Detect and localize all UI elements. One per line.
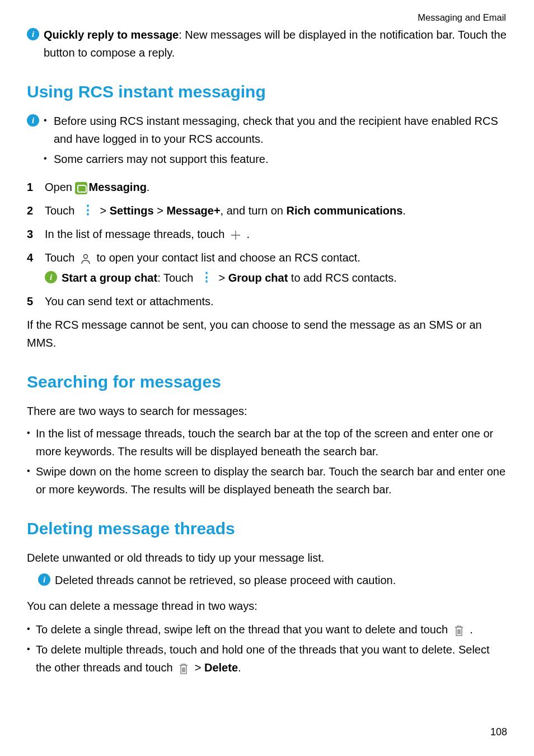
delete-intro: Delete unwanted or old threads to tidy u… [27, 549, 507, 567]
bullet-text: To delete multiple threads, touch and ho… [36, 643, 490, 674]
step-text: , and turn on [221, 204, 287, 217]
rcs-fallback-text: If the RCS message cannot be sent, you c… [27, 316, 507, 352]
quick-reply-label: Quickly reply to message [44, 29, 179, 41]
delete-methods-list: To delete a single thread, swipe left on… [27, 620, 507, 676]
info-icon: i [38, 573, 50, 586]
tip-icon: i [45, 271, 57, 283]
bullet-text: To delete a single thread, swipe left on… [36, 623, 451, 636]
delete-intro2: You can delete a message thread in two w… [27, 597, 507, 615]
step-text: You can send text or attachments. [45, 295, 214, 307]
contact-icon [79, 253, 92, 265]
list-item: Before using RCS instant messaging, chec… [44, 112, 507, 148]
step-text: Touch [45, 251, 78, 264]
search-heading: Searching for messages [27, 368, 507, 395]
quick-reply-note: i Quickly reply to message: New messages… [27, 26, 507, 62]
step-number: 5 [27, 292, 33, 310]
group-chat-label: Start a group chat [62, 272, 157, 284]
step-2: 2 Touch ⋮ > Settings > Message+, and tur… [27, 202, 507, 220]
period: . [147, 181, 150, 193]
period: . [238, 661, 241, 674]
bullet-text: > [195, 661, 204, 674]
step-number: 1 [27, 178, 33, 196]
note-text: : Touch [157, 272, 196, 284]
period: . [470, 623, 473, 636]
trash-icon [177, 662, 190, 675]
more-icon: ⋮ [196, 275, 216, 280]
step-text: to open your contact list and choose an … [97, 251, 360, 264]
messaging-label: Messaging [88, 181, 146, 193]
rcs-prereq-note: i Before using RCS instant messaging, ch… [27, 112, 507, 170]
list-item: In the list of message threads, touch th… [27, 424, 507, 460]
note-text: to add RCS contacts. [288, 272, 397, 284]
step-3: 3 In the list of message threads, touch … [27, 225, 507, 243]
list-item: Swipe down on the home screen to display… [27, 463, 507, 498]
delete-warning-text: Deleted threads cannot be retrieved, so … [55, 571, 507, 589]
richcomm-label: Rich communications [286, 204, 402, 217]
page-header-section: Messaging and Email [27, 10, 507, 25]
period: . [402, 204, 406, 217]
period: . [246, 228, 250, 240]
rcs-steps: 1 Open Messaging. 2 Touch ⋮ > Settings >… [27, 178, 507, 310]
step-text: Touch [45, 204, 78, 217]
plus-icon [229, 229, 242, 241]
messageplus-label: Message+ [166, 204, 220, 217]
step-4: 4 Touch to open your contact list and ch… [27, 249, 507, 287]
note-text: > [216, 272, 228, 284]
trash-icon [453, 624, 465, 637]
delete-warning-note: i Deleted threads cannot be retrieved, s… [38, 571, 507, 589]
delete-heading: Deleting message threads [27, 515, 507, 542]
rcs-heading: Using RCS instant messaging [27, 78, 507, 105]
delete-label: Delete [204, 661, 238, 674]
list-item: To delete multiple threads, touch and ho… [27, 641, 507, 676]
info-icon: i [27, 114, 39, 127]
step-text: In the list of message threads, touch [45, 228, 228, 240]
step-number: 4 [27, 249, 33, 267]
note-text: Quickly reply to message: New messages w… [44, 26, 507, 62]
step-1: 1 Open Messaging. [27, 178, 507, 196]
search-intro: There are two ways to search for message… [27, 402, 507, 420]
step-text: Open [45, 181, 75, 193]
step-number: 2 [27, 202, 33, 220]
svg-point-0 [83, 255, 87, 259]
messaging-app-icon [75, 182, 87, 194]
step-5: 5 You can send text or attachments. [27, 292, 507, 310]
more-icon: ⋮ [78, 208, 97, 213]
group-chat-note: i Start a group chat: Touch ⋮ > Group ch… [45, 269, 507, 287]
step-text: > [97, 204, 110, 217]
page-number: 108 [490, 724, 507, 740]
step-number: 3 [27, 225, 33, 243]
list-item: Some carriers may not support this featu… [44, 150, 507, 168]
settings-label: Settings [110, 204, 154, 217]
step-text: > [154, 204, 167, 217]
list-item: To delete a single thread, swipe left on… [27, 620, 507, 638]
info-icon: i [27, 28, 39, 40]
rcs-prereq-list: Before using RCS instant messaging, chec… [44, 112, 507, 168]
search-methods-list: In the list of message threads, touch th… [27, 424, 507, 498]
group-chat-menu-label: Group chat [228, 272, 288, 284]
